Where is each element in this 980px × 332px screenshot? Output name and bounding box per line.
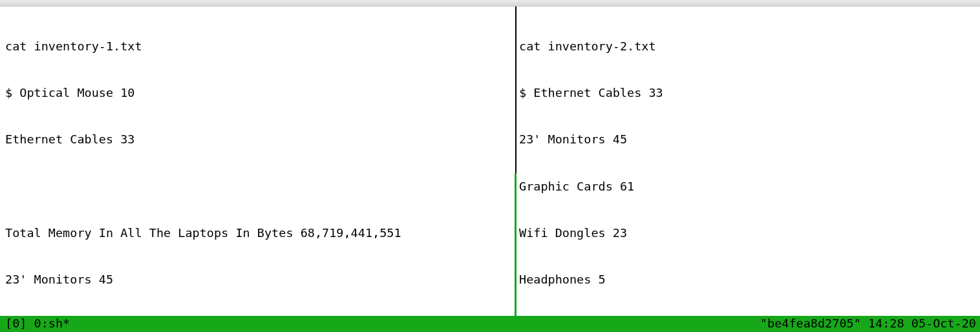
divider-active-part	[515, 173, 517, 316]
terminal-line: Wifi Dongles 23	[519, 225, 975, 241]
left-terminal-pane[interactable]: cat inventory-1.txt $ Optical Mouse 10 E…	[0, 6, 515, 316]
divider-inactive-part	[515, 6, 517, 173]
terminal-line: cat inventory-1.txt	[5, 39, 509, 54]
terminal-line	[5, 179, 509, 194]
tmux-statusbar[interactable]: [0] 0:sh* "be4fea8d2705" 14:28 05-Oct-20	[0, 316, 980, 332]
statusbar-host-time: "be4fea8d2705" 14:28 05-Oct-20	[760, 316, 976, 331]
terminal-line: cat inventory-2.txt	[519, 39, 975, 54]
terminal-line: Total Memory In All The Laptops In Bytes…	[5, 225, 509, 241]
terminal-line: $ Optical Mouse 10	[5, 85, 509, 101]
pane-divider[interactable]	[515, 6, 517, 316]
statusbar-session-window: [0] 0:sh*	[5, 316, 70, 331]
terminal-line: Graphic Cards 61	[519, 179, 975, 194]
right-terminal-pane[interactable]: cat inventory-2.txt $ Ethernet Cables 33…	[517, 6, 980, 316]
terminal-line: Ethernet Cables 33	[5, 132, 509, 147]
terminal-line: 23' Monitors 45	[519, 132, 975, 147]
terminal-line: $ Ethernet Cables 33	[519, 85, 975, 101]
window-titlebar	[0, 0, 980, 6]
terminal-line: 23' Monitors 45	[5, 272, 509, 287]
terminal-line: Headphones 5	[519, 272, 975, 287]
tmux-panes: cat inventory-1.txt $ Optical Mouse 10 E…	[0, 6, 980, 316]
